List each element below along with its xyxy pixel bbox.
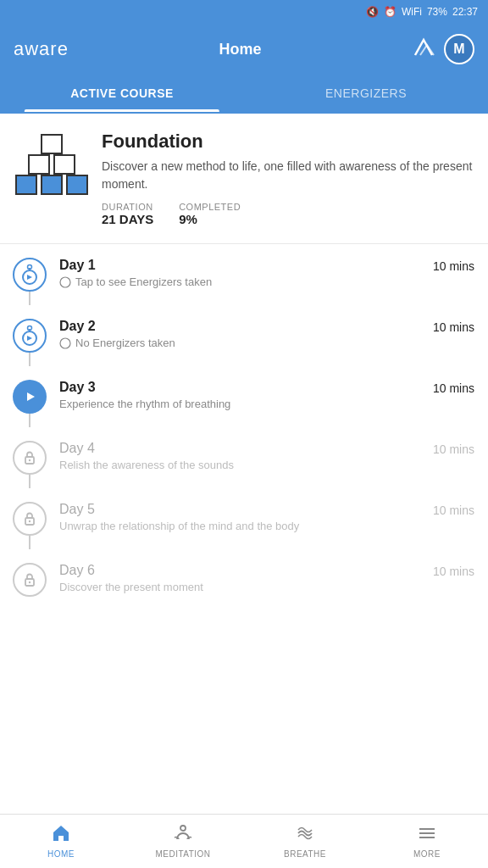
day-item-day1[interactable]: Day 1 Tap to see Energizers taken 10 min…	[0, 244, 488, 305]
avatar[interactable]: M	[444, 34, 474, 64]
day-item-day6: Day 6 Discover the present moment 10 min…	[0, 549, 488, 610]
day-content: Day 1 Tap to see Energizers taken	[59, 258, 433, 288]
svg-rect-1	[42, 175, 62, 194]
day-locked-icon	[13, 502, 47, 536]
day-content: Day 6 Discover the present moment	[59, 563, 433, 593]
main-content: Foundation Discover a new method to life…	[0, 114, 488, 670]
day-list: Day 1 Tap to see Energizers taken 10 min…	[0, 244, 488, 610]
day-content: Day 2 No Energizers taken	[59, 319, 433, 349]
day-content: Day 5 Unwrap the relationship of the min…	[59, 502, 433, 532]
day-duration: 10 mins	[433, 563, 474, 578]
day-duration: 10 mins	[433, 380, 474, 395]
svg-point-11	[28, 326, 32, 331]
svg-point-18	[29, 520, 30, 522]
home-icon	[52, 824, 70, 847]
day-item-day3[interactable]: Day 3 Experience the rhythm of breathing…	[0, 366, 488, 427]
tab-energizers[interactable]: ENERGIZERS	[244, 75, 488, 112]
tab-active-course[interactable]: ACTIVE COURSE	[0, 75, 244, 112]
svg-marker-12	[27, 336, 32, 341]
course-icon	[14, 131, 90, 198]
svg-rect-23	[419, 832, 435, 834]
day-subtext: Unwrap the relationship of the mind and …	[59, 520, 433, 532]
nav-more[interactable]: MORE	[366, 815, 488, 868]
day-icon-col	[0, 441, 59, 475]
day-item-day2[interactable]: Day 2 No Energizers taken 10 mins	[0, 305, 488, 366]
day-name: Day 5	[59, 502, 433, 517]
header-icons: M	[412, 34, 474, 64]
svg-point-16	[29, 459, 30, 461]
day-locked-icon	[13, 563, 47, 597]
day-icon-col	[0, 258, 59, 292]
nav-home[interactable]: HOME	[0, 815, 122, 868]
day-completed-icon	[13, 319, 47, 353]
day-subtext: Tap to see Energizers taken	[59, 275, 433, 288]
tabs-bar: ACTIVE COURSE ENERGIZERS	[0, 75, 488, 114]
svg-marker-8	[27, 275, 32, 280]
course-stats: DURATION 21 DAYS COMPLETED 9%	[102, 202, 474, 226]
svg-point-9	[60, 277, 70, 287]
day-icon-col	[0, 319, 59, 353]
svg-point-7	[28, 265, 32, 270]
status-time: 22:37	[452, 6, 478, 18]
breathe-icon	[296, 824, 314, 847]
day-content: Day 4 Relish the awareness of the sounds	[59, 441, 433, 471]
app-logo: aware	[14, 38, 69, 60]
more-icon	[418, 824, 436, 847]
svg-rect-24	[419, 837, 435, 838]
day-duration: 10 mins	[433, 319, 474, 334]
day-name: Day 3	[59, 380, 433, 395]
day-icon-col	[0, 502, 59, 536]
day-name: Day 4	[59, 441, 433, 456]
nav-meditation[interactable]: MEDITATION	[122, 815, 244, 868]
svg-rect-2	[67, 175, 87, 194]
course-info: Foundation Discover a new method to life…	[0, 114, 488, 243]
day-duration: 10 mins	[433, 441, 474, 456]
day-active-icon	[13, 380, 47, 414]
status-battery: 73%	[427, 6, 447, 18]
status-wifi-icon: WiFi	[402, 6, 422, 18]
svg-rect-22	[419, 828, 435, 830]
header: aware Home M	[0, 24, 488, 75]
day-subtext: Discover the present moment	[59, 581, 433, 593]
day-duration: 10 mins	[433, 502, 474, 517]
day-subtext: Relish the awareness of the sounds	[59, 459, 433, 471]
bottom-nav: HOME MEDITATION BREATHE	[0, 814, 488, 868]
day-content: Day 3 Experience the rhythm of breathing	[59, 380, 433, 410]
day-duration: 10 mins	[433, 258, 474, 273]
status-alarm-icon: ⏰	[384, 6, 396, 18]
day-name: Day 2	[59, 319, 433, 334]
page-title: Home	[219, 41, 261, 58]
day-item-day5: Day 5 Unwrap the relationship of the min…	[0, 488, 488, 549]
day-completed-icon	[13, 258, 47, 292]
svg-marker-14	[27, 392, 35, 401]
day-icon-col	[0, 380, 59, 414]
day-item-day4: Day 4 Relish the awareness of the sounds…	[0, 427, 488, 488]
day-locked-icon	[13, 441, 47, 475]
day-subtext: No Energizers taken	[59, 337, 433, 349]
day-name: Day 1	[59, 258, 433, 273]
day-name: Day 6	[59, 563, 433, 578]
svg-rect-3	[29, 155, 49, 174]
course-details: Foundation Discover a new method to life…	[102, 131, 474, 226]
svg-point-13	[60, 338, 70, 348]
svg-point-20	[29, 581, 30, 583]
course-description: Discover a new method to life, one fille…	[102, 158, 474, 193]
meditation-icon	[174, 824, 192, 847]
day-icon-col	[0, 563, 59, 597]
completed-stat: COMPLETED 9%	[179, 202, 241, 226]
status-mute-icon: 🔇	[366, 6, 379, 18]
svg-rect-5	[42, 135, 62, 153]
course-title: Foundation	[102, 131, 474, 153]
day-subtext: Experience the rhythm of breathing	[59, 398, 433, 410]
status-bar: 🔇 ⏰ WiFi 73% 22:37	[0, 0, 488, 24]
svg-point-21	[180, 826, 186, 831]
svg-rect-0	[16, 175, 36, 194]
duration-stat: DURATION 21 DAYS	[102, 202, 153, 226]
svg-rect-4	[54, 155, 75, 174]
nav-breathe[interactable]: BREATHE	[244, 815, 366, 868]
mountain-icon[interactable]	[412, 36, 435, 62]
